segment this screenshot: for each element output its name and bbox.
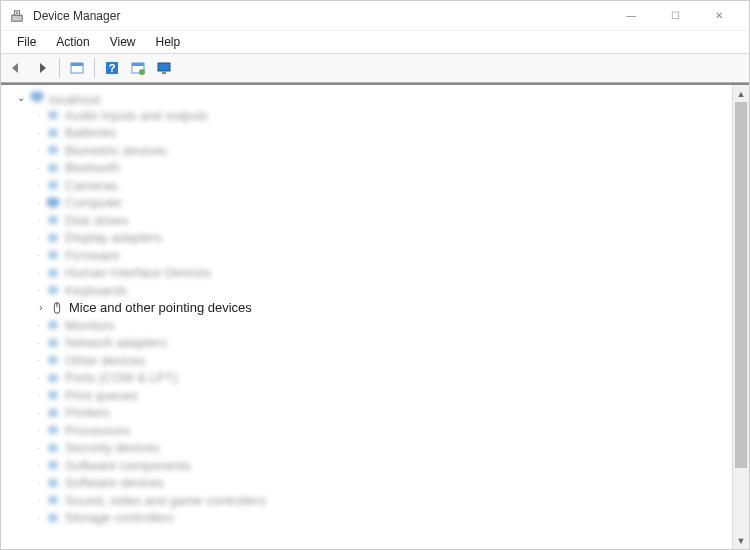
- tree-item[interactable]: ·Biometric devices: [5, 142, 732, 160]
- vertical-scrollbar[interactable]: ▲ ▼: [732, 85, 749, 549]
- tree-item-label: Firmware: [65, 248, 119, 263]
- svg-rect-35: [49, 444, 58, 452]
- tree-item-label: Biometric devices: [65, 143, 167, 158]
- tree-item[interactable]: ·Disk drives: [5, 212, 732, 230]
- tree-item[interactable]: ·Keyboards: [5, 282, 732, 300]
- tree-guide: ·: [33, 180, 45, 190]
- tree-item-label: Cameras: [65, 178, 118, 193]
- back-button[interactable]: [5, 57, 27, 79]
- tree-item[interactable]: ·Ports (COM & LPT): [5, 369, 732, 387]
- tree-item-label: Monitors: [65, 318, 115, 333]
- bluetooth-icon: [45, 160, 61, 176]
- tree-item[interactable]: ·Computer: [5, 194, 732, 212]
- disk-icon: [45, 212, 61, 228]
- menu-help[interactable]: Help: [146, 33, 191, 51]
- monitor-button[interactable]: [153, 57, 175, 79]
- tree-item[interactable]: ·Sound, video and game controllers: [5, 492, 732, 510]
- port-icon: [45, 370, 61, 386]
- tree-item[interactable]: ·Monitors: [5, 317, 732, 335]
- svg-rect-33: [49, 409, 58, 417]
- scroll-up-button[interactable]: ▲: [733, 85, 749, 102]
- tree-item[interactable]: ·Storage controllers: [5, 509, 732, 527]
- tree-item[interactable]: ·Bluetooth: [5, 159, 732, 177]
- help-button[interactable]: ?: [101, 57, 123, 79]
- mouse-icon: [49, 300, 65, 316]
- svg-rect-28: [49, 322, 58, 330]
- monitor-icon: [45, 317, 61, 333]
- menu-view[interactable]: View: [100, 33, 146, 51]
- tree-item[interactable]: ·Audio inputs and outputs: [5, 107, 732, 125]
- chevron-down-icon[interactable]: ⌄: [13, 92, 29, 103]
- svg-rect-36: [49, 462, 58, 470]
- security-icon: [45, 440, 61, 456]
- tree-item[interactable]: ·Processors: [5, 422, 732, 440]
- tree-guide: ·: [33, 373, 45, 383]
- tree-item[interactable]: ·Batteries: [5, 124, 732, 142]
- svg-rect-30: [49, 357, 58, 365]
- tree-guide: ·: [33, 128, 45, 138]
- tree-guide: ·: [33, 110, 45, 120]
- tree-item-label: Print queues: [65, 388, 138, 403]
- computer-icon: [29, 89, 45, 105]
- biometric-icon: [45, 142, 61, 158]
- scroll-thumb[interactable]: [735, 102, 747, 468]
- sound-icon: [45, 492, 61, 508]
- tree-item[interactable]: ·Cameras: [5, 177, 732, 195]
- tree-guide: ·: [33, 320, 45, 330]
- tree-item[interactable]: ·Network adapters: [5, 334, 732, 352]
- tree-item[interactable]: ·Human Interface Devices: [5, 264, 732, 282]
- menu-action[interactable]: Action: [46, 33, 99, 51]
- tree-guide: ·: [33, 390, 45, 400]
- svg-rect-38: [49, 497, 58, 505]
- tree-guide: ·: [33, 495, 45, 505]
- tree-item-label: Bluetooth: [65, 160, 120, 175]
- software-icon: [45, 457, 61, 473]
- show-hidden-button[interactable]: [66, 57, 88, 79]
- svg-point-9: [139, 69, 145, 75]
- svg-rect-19: [48, 198, 59, 205]
- tree-guide: ·: [33, 233, 45, 243]
- tree-item-label: Human Interface Devices: [65, 265, 211, 280]
- software-icon: [45, 475, 61, 491]
- tree-item[interactable]: ·Software devices: [5, 474, 732, 492]
- tree-root[interactable]: ⌄localhost: [5, 89, 732, 107]
- tree-item-label: Ports (COM & LPT): [65, 370, 178, 385]
- network-icon: [45, 335, 61, 351]
- tree-item-label: Disk drives: [65, 213, 129, 228]
- content-area: ⌄localhost·Audio inputs and outputs·Batt…: [1, 83, 749, 549]
- chevron-right-icon[interactable]: ›: [33, 302, 49, 313]
- svg-rect-13: [35, 100, 39, 102]
- display-icon: [45, 230, 61, 246]
- tree-item[interactable]: ·Software components: [5, 457, 732, 475]
- forward-button[interactable]: [31, 57, 53, 79]
- tree-item-label: Printers: [65, 405, 110, 420]
- tree-guide: ·: [33, 513, 45, 523]
- menu-file[interactable]: File: [7, 33, 46, 51]
- printer-icon: [45, 405, 61, 421]
- tree-item[interactable]: ·Firmware: [5, 247, 732, 265]
- tree-item[interactable]: ·Security devices: [5, 439, 732, 457]
- menubar: File Action View Help: [1, 31, 749, 53]
- close-button[interactable]: ✕: [697, 1, 741, 31]
- svg-rect-18: [49, 182, 58, 190]
- window-title: Device Manager: [33, 9, 609, 23]
- tree-item-label: Software components: [65, 458, 191, 473]
- device-tree[interactable]: ⌄localhost·Audio inputs and outputs·Batt…: [1, 85, 732, 549]
- svg-rect-32: [49, 392, 58, 400]
- tree-item[interactable]: ·Display adapters: [5, 229, 732, 247]
- svg-rect-12: [32, 92, 43, 99]
- refresh-button[interactable]: [127, 57, 149, 79]
- svg-text:?: ?: [109, 62, 116, 74]
- scroll-down-button[interactable]: ▼: [733, 532, 749, 549]
- tree-item[interactable]: ·Printers: [5, 404, 732, 422]
- scroll-track[interactable]: [733, 102, 749, 532]
- tree-item[interactable]: ·Other devices: [5, 352, 732, 370]
- minimize-button[interactable]: —: [609, 1, 653, 31]
- tree-item[interactable]: ·Print queues: [5, 387, 732, 405]
- tree-guide: ·: [33, 285, 45, 295]
- maximize-button[interactable]: ☐: [653, 1, 697, 31]
- tree-item[interactable]: ›Mice and other pointing devices: [5, 299, 732, 317]
- svg-rect-4: [71, 63, 83, 66]
- tree-guide: ·: [33, 268, 45, 278]
- keyboard-icon: [45, 282, 61, 298]
